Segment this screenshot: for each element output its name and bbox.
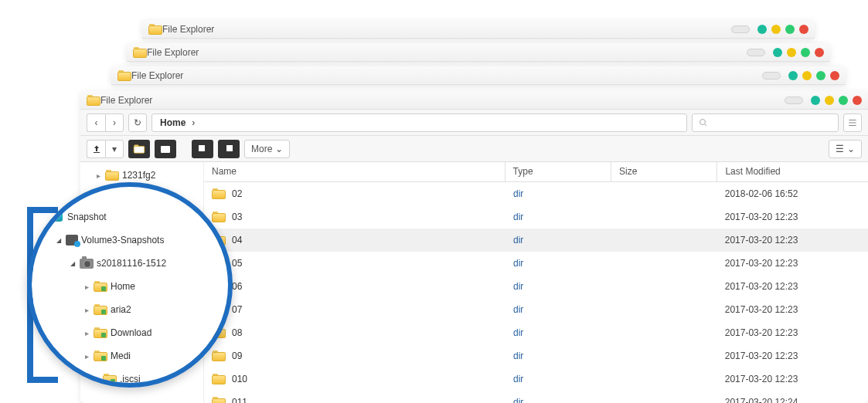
minimize-icon[interactable] xyxy=(811,96,820,105)
close-icon[interactable] xyxy=(853,96,862,105)
folder-icon xyxy=(122,190,136,201)
search-input[interactable] xyxy=(692,113,839,132)
fullscreen-icon[interactable] xyxy=(785,25,795,34)
svg-rect-7 xyxy=(199,145,205,151)
folder-icon xyxy=(212,188,226,199)
file-list: Name Type Size Last Modified 02dir2018-0… xyxy=(204,162,868,403)
file-type: dir xyxy=(505,351,611,361)
table-row[interactable]: 010dir2017-03-20 12:23 xyxy=(204,367,868,391)
svg-rect-6 xyxy=(161,146,170,153)
close-icon[interactable] xyxy=(830,71,839,80)
cut-icon xyxy=(224,144,233,154)
breadcrumb[interactable]: Home › xyxy=(151,113,687,132)
table-row[interactable]: 011dir2017-03-20 12:24 xyxy=(204,391,868,403)
svg-point-0 xyxy=(700,119,706,124)
file-name: 08 xyxy=(232,327,242,338)
table-row[interactable]: 09dir2017-03-20 12:23 xyxy=(204,344,868,367)
more-button[interactable]: More⌄ xyxy=(244,140,290,158)
file-name: 06 xyxy=(232,281,242,292)
file-name: 04 xyxy=(232,235,242,246)
action-toolbar: ▾ More⌄ ☰⌄ xyxy=(80,136,868,162)
folder-icon xyxy=(212,258,226,269)
toggle-icon[interactable] xyxy=(747,49,765,56)
back-button[interactable]: ‹ xyxy=(87,113,105,132)
copy-icon xyxy=(198,144,207,154)
highlight-bracket xyxy=(27,207,58,383)
table-row[interactable]: 08dir2017-03-20 12:23 xyxy=(204,321,868,344)
new-item-button[interactable] xyxy=(155,140,176,158)
maximize-icon[interactable] xyxy=(787,48,796,57)
svg-line-1 xyxy=(705,124,707,126)
cut-button[interactable] xyxy=(218,140,240,158)
main-window: File Explorer ‹ › ↻ Home › ▾ More⌄ ☰⌄ xyxy=(80,91,868,403)
toggle-icon[interactable] xyxy=(762,72,781,80)
copy-button[interactable] xyxy=(192,140,213,158)
maximize-icon[interactable] xyxy=(771,25,781,34)
close-icon[interactable] xyxy=(799,25,808,34)
close-icon[interactable] xyxy=(815,48,824,57)
minimize-icon[interactable] xyxy=(773,48,782,57)
column-modified[interactable]: Last Modified xyxy=(717,162,868,181)
list-icon: ☰ xyxy=(836,144,844,154)
collapse-icon[interactable]: ◢ xyxy=(69,260,77,267)
file-type: dir xyxy=(505,397,611,403)
window-title: File Explorer xyxy=(147,47,747,58)
table-row[interactable]: 06dir2017-03-20 12:23 xyxy=(204,275,868,298)
column-type[interactable]: Type xyxy=(505,162,611,181)
file-modified: 2017-03-20 12:23 xyxy=(717,281,868,292)
folder-icon xyxy=(133,47,147,58)
expand-icon[interactable]: ▸ xyxy=(111,191,119,200)
filter-button[interactable] xyxy=(843,113,862,132)
column-name[interactable]: Name xyxy=(204,162,505,181)
stacked-window-2: File Explorer xyxy=(127,43,830,62)
table-row[interactable]: 02dir2018-02-06 16:52 xyxy=(204,182,868,205)
file-name: 010 xyxy=(232,374,247,384)
table-row[interactable]: 04dir2017-03-20 12:23 xyxy=(204,229,868,252)
file-modified: 2017-03-20 12:23 xyxy=(717,351,868,361)
folder-icon xyxy=(212,374,226,384)
fullscreen-icon[interactable] xyxy=(801,48,810,57)
stacked-window-3: File Explorer xyxy=(142,20,815,39)
file-name: 03 xyxy=(232,212,242,222)
chevron-down-icon: ⌄ xyxy=(275,144,283,154)
file-modified: 2017-03-20 12:23 xyxy=(717,258,868,269)
file-type: dir xyxy=(505,258,611,269)
table-row[interactable]: 05dir2017-03-20 12:23 xyxy=(204,252,868,275)
file-name: 02 xyxy=(232,188,242,199)
fullscreen-icon[interactable] xyxy=(839,96,848,105)
breadcrumb-root[interactable]: Home xyxy=(160,117,186,128)
maximize-icon[interactable] xyxy=(802,71,812,80)
new-folder-button[interactable] xyxy=(128,140,150,158)
svg-rect-8 xyxy=(226,145,233,151)
column-size[interactable]: Size xyxy=(611,162,717,181)
expand-icon[interactable]: ▸ xyxy=(94,171,102,180)
refresh-button[interactable]: ↻ xyxy=(128,113,147,132)
sliders-icon xyxy=(847,117,858,128)
sidebar-item[interactable]: ▸.iscsi xyxy=(80,185,203,205)
file-name: 09 xyxy=(232,351,242,361)
toggle-icon[interactable] xyxy=(731,25,750,33)
sidebar-item[interactable]: ▸1231fg2 xyxy=(80,165,203,185)
tree-label: .iscsi xyxy=(139,190,160,201)
chevron-right-icon: › xyxy=(192,117,195,128)
file-modified: 2017-03-20 12:23 xyxy=(717,304,868,315)
file-type: dir xyxy=(505,188,611,199)
toggle-icon[interactable] xyxy=(785,97,803,104)
file-modified: 2017-03-20 12:23 xyxy=(717,235,868,246)
view-mode-button[interactable]: ☰⌄ xyxy=(829,140,862,158)
maximize-icon[interactable] xyxy=(825,96,834,105)
volume-icon xyxy=(66,235,78,246)
minimize-icon[interactable] xyxy=(788,71,798,80)
file-modified: 2017-03-20 12:23 xyxy=(717,327,868,338)
forward-button[interactable]: › xyxy=(105,113,124,132)
table-row[interactable]: 03dir2017-03-20 12:23 xyxy=(204,205,868,229)
folder-icon xyxy=(212,351,226,361)
file-type: dir xyxy=(505,235,611,246)
upload-menu[interactable]: ▾ xyxy=(105,140,124,158)
stacked-window-1: File Explorer xyxy=(111,66,846,85)
minimize-icon[interactable] xyxy=(757,25,767,34)
table-row[interactable]: 07dir2017-03-20 12:23 xyxy=(204,298,868,321)
fullscreen-icon[interactable] xyxy=(816,71,825,80)
upload-button[interactable] xyxy=(87,140,105,158)
folder-icon xyxy=(117,70,131,81)
